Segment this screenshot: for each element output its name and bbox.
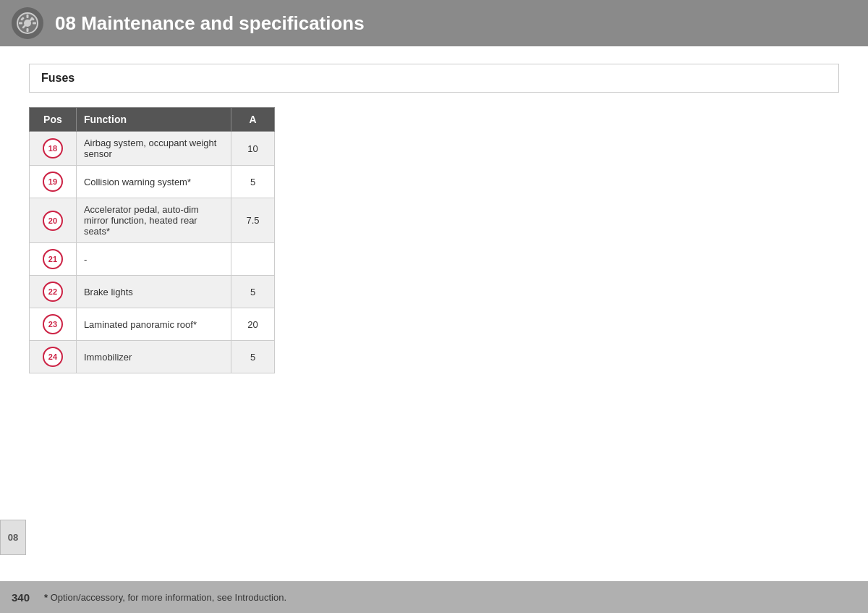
svg-rect-5 (33, 22, 36, 25)
cell-function: Laminated panoramic roof* (76, 308, 231, 341)
cell-function: Collision warning system* (76, 166, 231, 198)
fuse-number-badge: 23 (43, 314, 63, 334)
svg-rect-4 (19, 22, 22, 25)
cell-function: Airbag system, occupant weight sensor (76, 132, 231, 166)
table-row: 24Immobilizer5 (30, 341, 275, 373)
cell-amperage: 5 (231, 166, 275, 198)
cell-function: - (76, 243, 231, 276)
fuse-number-badge: 19 (43, 172, 63, 192)
cell-pos: 19 (30, 166, 77, 198)
svg-rect-2 (27, 14, 29, 18)
table-row: 22Brake lights5 (30, 276, 275, 308)
page-footer: 340 * Option/accessory, for more informa… (0, 581, 868, 613)
cell-pos: 24 (30, 341, 77, 373)
cell-function: Accelerator pedal, auto-dim mirror funct… (76, 198, 231, 243)
section-title: Fuses (41, 72, 75, 84)
side-tab: 08 (0, 520, 26, 555)
page-title: 08 Maintenance and specifications (55, 12, 365, 35)
cell-pos: 18 (30, 132, 77, 166)
footer-note-text: Option/accessory, for more information, … (51, 592, 286, 603)
table-header-row: Pos Function A (30, 108, 275, 132)
cell-pos: 23 (30, 308, 77, 341)
fuse-number-badge: 24 (43, 347, 63, 367)
footer-note: * Option/accessory, for more information… (44, 592, 286, 603)
fuses-table: Pos Function A 18Airbag system, occupant… (29, 107, 275, 373)
cell-pos: 21 (30, 243, 77, 276)
page-header: 08 Maintenance and specifications (0, 0, 868, 46)
section-box: Fuses (29, 64, 839, 93)
cell-pos: 20 (30, 198, 77, 243)
cell-function: Immobilizer (76, 341, 231, 373)
table-row: 19Collision warning system*5 (30, 166, 275, 198)
header-icon (12, 7, 43, 39)
page-number: 340 (12, 591, 30, 604)
fuse-number-badge: 18 (43, 138, 63, 158)
table-row: 18Airbag system, occupant weight sensor1… (30, 132, 275, 166)
col-header-a: A (231, 108, 275, 132)
side-tab-label: 08 (8, 532, 18, 543)
col-header-function: Function (76, 108, 231, 132)
svg-rect-3 (27, 28, 29, 32)
cell-amperage: 20 (231, 308, 275, 341)
main-content: Fuses Pos Function A 18Airbag system, oc… (0, 46, 868, 581)
cell-amperage: 5 (231, 341, 275, 373)
fuse-number-badge: 21 (43, 249, 63, 269)
table-row: 21- (30, 243, 275, 276)
cell-amperage (231, 243, 275, 276)
cell-amperage: 10 (231, 132, 275, 166)
cell-pos: 22 (30, 276, 77, 308)
table-row: 23Laminated panoramic roof*20 (30, 308, 275, 341)
fuse-number-badge: 20 (43, 211, 63, 231)
table-row: 20Accelerator pedal, auto-dim mirror fun… (30, 198, 275, 243)
cell-amperage: 5 (231, 276, 275, 308)
col-header-pos: Pos (30, 108, 77, 132)
fuse-number-badge: 22 (43, 282, 63, 302)
cell-function: Brake lights (76, 276, 231, 308)
cell-amperage: 7.5 (231, 198, 275, 243)
